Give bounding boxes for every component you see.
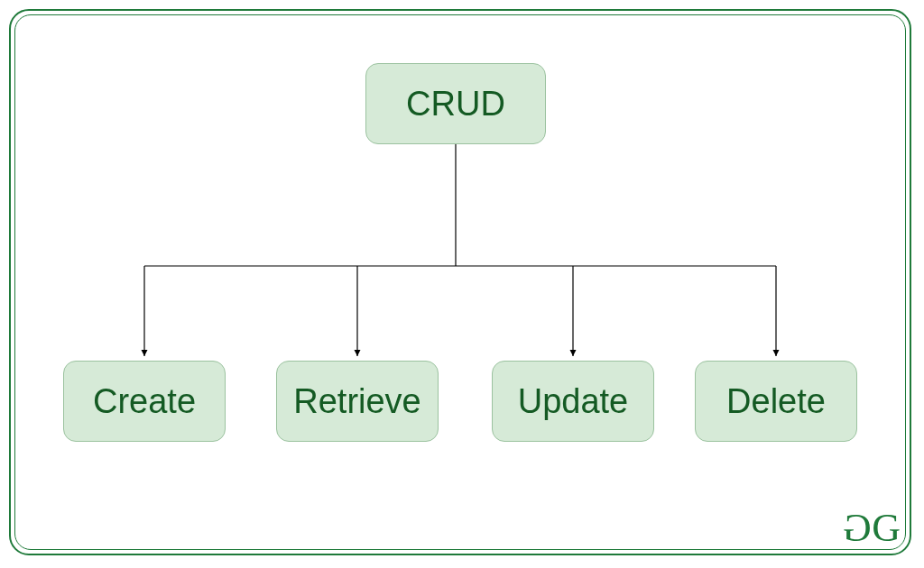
leaf-node-label: Update xyxy=(518,382,629,421)
leaf-node-delete: Delete xyxy=(695,361,857,442)
leaf-node-create: Create xyxy=(63,361,226,442)
leaf-node-retrieve: Retrieve xyxy=(276,361,439,442)
logo-letter-flipped: G xyxy=(845,508,872,548)
root-node-crud: CRUD xyxy=(365,63,546,144)
leaf-node-update: Update xyxy=(492,361,654,442)
diagram-canvas: CRUD Create Retrieve Update Delete GG xyxy=(0,0,924,568)
leaf-node-label: Retrieve xyxy=(293,382,421,421)
logo-letter: G xyxy=(872,506,899,550)
leaf-node-label: Delete xyxy=(726,382,826,421)
root-node-label: CRUD xyxy=(406,85,505,124)
geeksforgeeks-logo: GG xyxy=(845,508,899,548)
leaf-node-label: Create xyxy=(93,382,196,421)
